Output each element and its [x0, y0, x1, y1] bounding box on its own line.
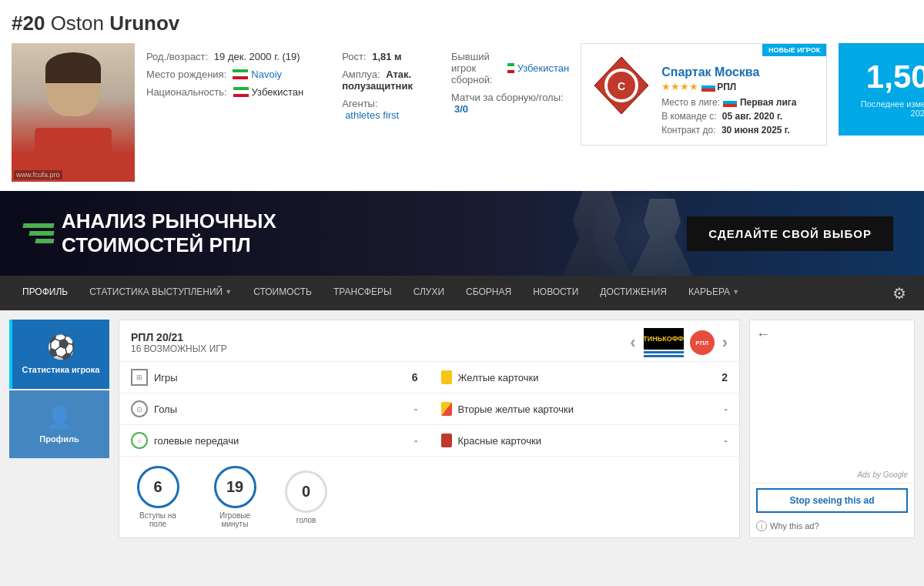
info-col-right: Бывший игрок сборной: Узбекистан Матчи з… — [451, 51, 569, 121]
birth-label: Род./возраст: — [146, 51, 208, 62]
stat-yellow2-cell: Вторые желтые карточки - — [430, 393, 740, 425]
nav-item-achievements[interactable]: ДОСТИЖЕНИЯ — [589, 276, 678, 310]
nationality-label: Национальность: — [146, 86, 227, 98]
photo-watermark: www.fcufa.pro — [14, 170, 62, 179]
yellow-value: 2 — [721, 371, 728, 383]
appearances-label: Вступы на поле — [131, 511, 185, 528]
agents-value: athletes first — [345, 109, 399, 121]
ad-content-area — [750, 349, 914, 465]
season-prev-arrow[interactable]: ‹ — [630, 333, 635, 353]
flag-national-icon — [507, 63, 514, 73]
banner-cta-button[interactable]: СДЕЛАЙТЕ СВОЙ ВЫБОР — [687, 216, 893, 251]
nav-item-value[interactable]: СТОИМОСТЬ — [243, 276, 323, 310]
position-row: Амплуа: Атак. полузащитник — [342, 69, 413, 92]
back-arrow-icon[interactable]: ← — [756, 326, 770, 343]
stats-table: ⊞ Игры 6 Желтые карточки 2 — [119, 362, 739, 457]
national-label: Бывший игрок сборной: — [451, 51, 501, 85]
dropdown-arrow-stats: ▼ — [225, 288, 232, 296]
player-title: #20 Oston Urunov — [12, 12, 179, 35]
club-contract-label: Контракт до: — [661, 125, 715, 136]
goals-bottom-label: голов — [296, 516, 316, 524]
nav-item-news[interactable]: НОВОСТИ — [522, 276, 589, 310]
stats-bottom: 6 Вступы на поле 19 Игровые минуты 0 гол… — [119, 457, 739, 537]
season-next-arrow[interactable]: › — [722, 333, 728, 353]
yellow2-label: Вторые желтые карточки — [458, 404, 574, 415]
red-value: - — [724, 434, 728, 447]
tinkoff-logo[interactable]: ТИНЬКОФФ — [644, 328, 684, 357]
player-stats-icon: ⚽ — [47, 333, 75, 360]
yellow-label: Желтые карточки — [458, 372, 539, 383]
flag-nat-icon — [233, 87, 249, 97]
stats-panel: РПЛ 20/21 16 ВОЗМОЖНЫХ ИГР ‹ ТИНЬКОФФ — [119, 320, 740, 538]
club-name: Спартак Москва — [661, 65, 817, 79]
nav-item-transfers[interactable]: ТРАНСФЕРЫ — [323, 276, 403, 310]
national-matches-label: Матчи за сборную/голы: — [451, 92, 564, 103]
player-firstname: Oston — [51, 12, 104, 35]
stats-row-assists: ○ голевые передачи - Красные карточки — [119, 425, 739, 457]
club-stars: ★★★★ РПЛ — [661, 81, 817, 92]
season-nav: ‹ ТИНЬКОФФ РПЛ › — [630, 328, 728, 357]
banner-ad: АНАЛИЗ РЫНОЧНЫХ СТОИМОСТЕЙ РПЛ СДЕЛАЙТЕ … — [0, 191, 924, 276]
stats-row-goals: ⊙ Голы - Вторые желтые карточки — [119, 393, 739, 425]
agents-label: Агенты: — [342, 98, 377, 109]
national-value: Узбекистан — [517, 62, 570, 74]
nav-item-career[interactable]: КАРЬЕРА ▼ — [678, 276, 750, 310]
nav-gear-button[interactable]: ⚙ — [886, 278, 912, 309]
minutes-label: Игровые минуты — [208, 511, 262, 528]
ad-panel: ← Ads by Google Stop seeing this ad i Wh… — [749, 320, 915, 538]
stat-games-cell: ⊞ Игры 6 — [119, 362, 430, 393]
national-matches-row: Матчи за сборную/голы: 3/0 — [451, 92, 569, 115]
red-card-icon — [441, 434, 452, 447]
why-ad-row[interactable]: i Why this ad? — [750, 517, 914, 537]
banner-line1: АНАЛИЗ РЫНОЧНЫХ — [62, 209, 276, 233]
svg-text:С: С — [618, 80, 625, 92]
new-player-badge: НОВЫЕ ИГРОК — [762, 44, 826, 56]
club-panel: НОВЫЕ ИГРОК С Спартак Москва — [581, 43, 827, 146]
mv-amount: 1,50 — [866, 61, 924, 93]
red-label: Красные карточки — [458, 435, 542, 447]
rpl-small-logo[interactable]: РПЛ — [690, 330, 715, 355]
stats-row-games: ⊞ Игры 6 Желтые карточки 2 — [119, 362, 739, 393]
ad-back-area: ← — [750, 320, 914, 349]
player-header-section: #20 Oston Urunov www.fcufa.pro — [0, 0, 924, 191]
ads-by-google: Ads by Google — [750, 465, 914, 483]
stats-subtitle: 16 ВОЗМОЖНЫХ ИГР — [131, 343, 227, 354]
club-league-label: Место в лиге: — [661, 97, 720, 108]
club-league-pos-row: Место в лиге: Первая лига — [661, 97, 817, 108]
player-number: #20 — [12, 12, 45, 35]
stat-goals-cell: ⊙ Голы - — [119, 393, 430, 425]
player-photo-bg — [12, 43, 135, 182]
club-league-badge: РПЛ — [701, 82, 736, 92]
league-logos: ТИНЬКОФФ РПЛ — [644, 328, 715, 357]
yellow2-card-icon — [441, 402, 452, 416]
stat-red-cell: Красные карточки - — [430, 425, 740, 457]
nav-item-profile[interactable]: ПРОФИЛЬ — [12, 276, 79, 310]
why-ad-label: Why this ad? — [770, 521, 819, 531]
nav-item-stats[interactable]: СТАТИСТИКА ВЫСТУПЛЕНИЙ ▼ — [79, 276, 243, 310]
goals-value: - — [414, 403, 418, 415]
yellow2-value: - — [724, 403, 728, 415]
national-matches-value: 3/0 — [454, 103, 468, 115]
club-contract-value: 30 июня 2025 г. — [721, 125, 790, 136]
agents-row: Агенты: athletes first — [342, 98, 413, 121]
goals-icon: ⊙ — [131, 400, 148, 417]
mv-label: Последнее изменение: 29 июля 2020 г. — [850, 99, 924, 118]
club-logo: С — [591, 53, 652, 119]
goals-label: Голы — [154, 404, 177, 415]
banner-accent-shape — [23, 223, 54, 243]
ad-controls: Stop seeing this ad — [750, 483, 914, 517]
nav-item-national[interactable]: СБОРНАЯ — [455, 276, 522, 310]
dropdown-arrow-career: ▼ — [732, 288, 739, 296]
sidebar-item-profile[interactable]: 👤 Профиль — [9, 390, 109, 458]
birth-row: Род./возраст: 19 дек. 2000 г. (19) — [146, 51, 303, 62]
sidebar-item-player-stats[interactable]: ⚽ Статистика игрока — [9, 320, 109, 389]
player-title-row: #20 Oston Urunov — [12, 8, 912, 35]
birthplace-value: Navoiy — [251, 69, 282, 80]
height-row: Рост: 1,81 м — [342, 51, 413, 62]
sidebar-item-player-stats-label: Статистика игрока — [22, 365, 100, 375]
flag-ru-icon — [701, 82, 715, 92]
stop-seeing-ad-button[interactable]: Stop seeing this ad — [756, 488, 908, 513]
nav-item-rumors[interactable]: СЛУХИ — [403, 276, 455, 310]
nationality-row: Национальность: Узбекистан — [146, 86, 303, 98]
position-label: Амплуа: — [342, 69, 380, 80]
